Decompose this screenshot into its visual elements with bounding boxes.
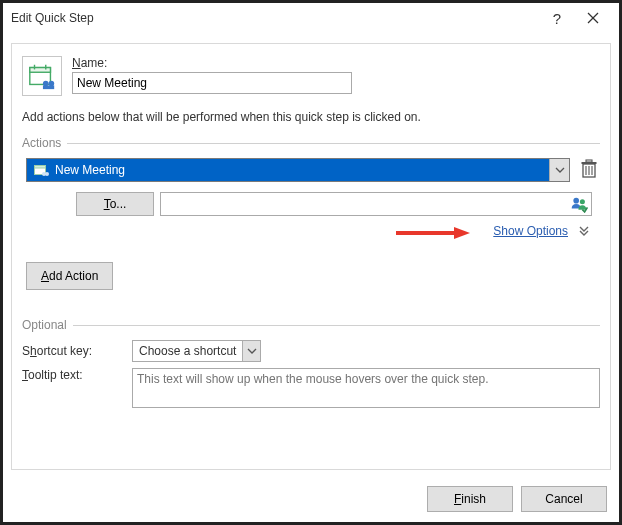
chevron-down-icon	[555, 167, 565, 173]
close-icon	[587, 12, 599, 24]
delete-action-button[interactable]	[580, 159, 600, 181]
to-field-wrap	[160, 192, 592, 216]
optional-header: Optional	[22, 318, 600, 332]
name-input[interactable]	[72, 72, 352, 94]
dialog-window: Edit Quick Step ? Name:	[0, 0, 622, 525]
instruction-text: Add actions below that will be performed…	[22, 110, 600, 124]
people-icon	[570, 195, 588, 213]
address-book-button[interactable]	[570, 195, 588, 216]
svg-point-20	[580, 199, 585, 204]
to-input[interactable]	[161, 193, 591, 215]
tooltip-textarea[interactable]	[132, 368, 600, 408]
meeting-icon	[33, 162, 49, 178]
titlebar: Edit Quick Step ?	[3, 3, 619, 33]
svg-rect-18	[586, 160, 592, 162]
svg-point-12	[45, 172, 49, 176]
help-button[interactable]: ?	[539, 3, 575, 33]
content-panel: Name: Add actions below that will be per…	[11, 43, 611, 470]
svg-marker-22	[454, 227, 470, 239]
double-chevron-down-icon	[578, 225, 590, 237]
shortcut-label: Shortcut key:	[22, 344, 124, 358]
svg-point-19	[573, 198, 579, 204]
meeting-icon	[27, 61, 57, 91]
shortcut-select[interactable]: Choose a shortcut	[132, 340, 261, 362]
close-button[interactable]	[575, 3, 611, 33]
action-selected-label: New Meeting	[55, 163, 125, 177]
quickstep-icon-picker[interactable]	[22, 56, 62, 96]
svg-rect-8	[43, 85, 54, 89]
trash-icon	[580, 159, 598, 179]
svg-rect-3	[30, 68, 51, 73]
expand-button[interactable]	[578, 225, 590, 237]
optional-header-label: Optional	[22, 318, 67, 332]
svg-rect-10	[35, 166, 46, 169]
action-type-dropdown[interactable]: New Meeting	[26, 158, 570, 182]
actions-header: Actions	[22, 136, 600, 150]
dropdown-arrow[interactable]	[549, 159, 569, 181]
cancel-button[interactable]: Cancel	[521, 486, 607, 512]
chevron-down-icon	[247, 348, 257, 354]
window-title: Edit Quick Step	[11, 11, 539, 25]
finish-button[interactable]: Finish	[427, 486, 513, 512]
callout-arrow	[396, 226, 470, 240]
add-action-button[interactable]: Add Action	[26, 262, 113, 290]
name-label: Name:	[72, 56, 600, 70]
show-options-link[interactable]: Show Options	[493, 224, 568, 238]
tooltip-label: Tooltip text:	[22, 368, 124, 382]
dropdown-arrow[interactable]	[242, 341, 260, 361]
actions-header-label: Actions	[22, 136, 61, 150]
dialog-footer: Finish Cancel	[427, 486, 607, 512]
shortcut-value: Choose a shortcut	[133, 341, 242, 361]
to-button[interactable]: To...	[76, 192, 154, 216]
